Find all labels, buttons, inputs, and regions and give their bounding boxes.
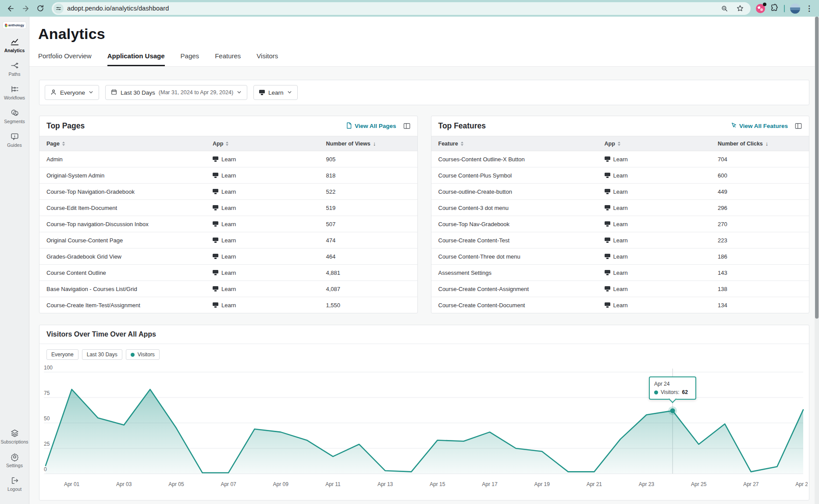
svg-text:Apr 17: Apr 17	[482, 481, 498, 487]
segment-dropdown[interactable]: Everyone	[45, 85, 99, 100]
svg-text:Apr 15: Apr 15	[430, 481, 445, 487]
chart-pill-date-range[interactable]: Last 30 Days	[82, 349, 122, 360]
svg-text:Apr 01: Apr 01	[64, 481, 80, 487]
chevron-down-icon	[237, 89, 242, 96]
column-header-feature[interactable]: Feature	[431, 136, 598, 151]
table-row[interactable]: Grades-Gradebook Grid ViewLearn464	[39, 248, 417, 264]
sidebar-item-workflows[interactable]: Workflows	[1, 85, 28, 100]
forward-icon[interactable]	[19, 2, 32, 14]
column-header-page[interactable]: Page	[39, 136, 206, 151]
row-value: 1,550	[326, 302, 340, 309]
table-row[interactable]: Course-outline-Create-buttonLearn449	[431, 183, 809, 199]
sidebar-item-logout[interactable]: Logout	[1, 476, 28, 492]
browser-chrome: adopt.pendo.io/analytics/dashboard ⋮	[0, 0, 819, 17]
column-header-number-of-views[interactable]: Number of Views ↓	[319, 136, 417, 151]
column-header-number-of-clicks[interactable]: Number of Clicks ↓	[711, 136, 809, 151]
table-row[interactable]: Courses-Content Outline-X ButtonLearn704	[431, 151, 809, 167]
filter-bar: Everyone Last 30 Days (Mar 31, 2024 to A…	[39, 80, 809, 105]
table-row[interactable]: Course Content-3 dot menuLearn296	[431, 199, 809, 216]
extensions-puzzle-icon[interactable]	[770, 4, 779, 14]
svg-text:Apr 03: Apr 03	[116, 481, 132, 487]
row-value: 818	[326, 172, 335, 179]
monitor-icon	[605, 205, 610, 210]
monitor-icon	[605, 270, 610, 275]
tab-features[interactable]: Features	[215, 52, 241, 66]
top-features-panel: Top Features View All Features	[431, 116, 810, 313]
row-value: 138	[718, 286, 727, 292]
row-value: 464	[326, 253, 335, 260]
svg-text:Apr 09: Apr 09	[273, 481, 289, 487]
sidebar-item-settings[interactable]: Settings	[1, 452, 28, 468]
anthology-logo-mark	[5, 24, 7, 27]
site-settings-icon[interactable]	[53, 4, 64, 14]
row-name: Course Content Outline	[46, 270, 106, 276]
row-value: 474	[326, 237, 335, 244]
row-value: 507	[326, 221, 335, 227]
browser-menu-icon[interactable]: ⋮	[805, 5, 813, 12]
app-dropdown[interactable]: Learn	[253, 85, 298, 100]
sidebar-item-subscriptions[interactable]: Subscriptions	[1, 429, 28, 444]
table-row[interactable]: Course-Top navigation-Discussion InboxLe…	[39, 216, 417, 232]
row-value: 449	[718, 188, 727, 195]
table-row[interactable]: Course Content OutlineLearn4,881	[39, 264, 417, 280]
chart-legend-visitors[interactable]: Visitors	[126, 349, 160, 360]
tab-visitors[interactable]: Visitors	[256, 52, 278, 66]
expand-panel-icon[interactable]	[795, 123, 802, 129]
date-range-dropdown[interactable]: Last 30 Days (Mar 31, 2024 to Apr 29, 20…	[105, 85, 247, 100]
tab-pages[interactable]: Pages	[181, 52, 199, 66]
expand-panel-icon[interactable]	[403, 123, 410, 129]
page-title: Analytics	[38, 25, 810, 43]
table-row[interactable]: Course-Top Nav-GradebookLearn270	[431, 216, 809, 232]
row-app: Learn	[613, 221, 628, 227]
visitors-chart[interactable]: 0255075100Apr 01Apr 03Apr 05Apr 07Apr 09…	[43, 363, 805, 497]
row-app: Learn	[221, 172, 236, 179]
table-row[interactable]: Course-Create Content-TestLearn223	[431, 232, 809, 248]
table-row[interactable]: Course Content-Plus SymbolLearn600	[431, 167, 809, 183]
table-row[interactable]: Course-Create Item-Test/AssignmentLearn1…	[39, 297, 417, 313]
monitor-icon	[213, 302, 218, 308]
profile-avatar[interactable]	[790, 4, 800, 14]
url-bar[interactable]: adopt.pendo.io/analytics/dashboard	[52, 2, 751, 15]
sidebar-item-segments[interactable]: Segments	[1, 108, 28, 124]
row-app: Learn	[613, 237, 628, 244]
extension-pink-icon[interactable]	[756, 4, 765, 13]
sidebar-item-analytics[interactable]: Analytics	[1, 37, 28, 53]
table-row[interactable]: Course Content-Three dot menuLearn186	[431, 248, 809, 264]
sidebar-item-paths[interactable]: Paths	[1, 61, 28, 77]
row-name: Original Course-Content Page	[46, 237, 123, 244]
monitor-icon	[213, 238, 218, 243]
column-header-app[interactable]: App	[598, 136, 711, 151]
table-row[interactable]: Assessment SettingsLearn143	[431, 264, 809, 280]
analytics-tabs: Portfolio Overview Application Usage Pag…	[38, 52, 810, 66]
row-name: Course-Top navigation-Discussion Inbox	[46, 221, 149, 227]
table-row[interactable]: Course-Edit Item-DocumentLearn519	[39, 199, 417, 216]
view-all-features-link[interactable]: View All Features	[730, 122, 788, 130]
table-row[interactable]: Original Course-Content PageLearn474	[39, 232, 417, 248]
anthology-logo[interactable]: anthology	[3, 22, 26, 28]
url-text[interactable]: adopt.pendo.io/analytics/dashboard	[67, 5, 169, 12]
back-icon[interactable]	[4, 2, 17, 14]
view-all-pages-link[interactable]: View All Pages	[346, 122, 396, 130]
row-value: 223	[718, 237, 727, 244]
monitor-icon	[213, 173, 218, 178]
table-row[interactable]: Course-Create Content-AssignmentLearn138	[431, 280, 809, 297]
table-row[interactable]: AdminLearn905	[39, 151, 417, 167]
bookmark-star-icon[interactable]	[734, 2, 746, 14]
monitor-icon	[605, 238, 610, 243]
chart-pill-segment[interactable]: Everyone	[46, 349, 78, 360]
sidebar-item-guides[interactable]: Guides	[1, 132, 28, 148]
table-row[interactable]: Course-Create Content-DocumentLearn134	[431, 297, 809, 313]
reload-icon[interactable]	[34, 2, 46, 14]
page-scrollbar[interactable]	[815, 17, 819, 504]
tab-application-usage[interactable]: Application Usage	[107, 52, 165, 66]
tab-portfolio-overview[interactable]: Portfolio Overview	[38, 52, 92, 66]
tooltip-series-dot	[654, 390, 658, 394]
scrollbar-thumb[interactable]	[815, 17, 819, 319]
svg-text:25: 25	[44, 441, 50, 447]
table-row[interactable]: Base Navigation - Courses List/GridLearn…	[39, 280, 417, 297]
table-row[interactable]: Course-Top Navigation-GradebookLearn522	[39, 183, 417, 199]
search-icon[interactable]	[718, 2, 730, 14]
table-row[interactable]: Original-System AdminLearn818	[39, 167, 417, 183]
column-header-app[interactable]: App	[206, 136, 319, 151]
anthology-logo-text: anthology	[8, 23, 24, 27]
